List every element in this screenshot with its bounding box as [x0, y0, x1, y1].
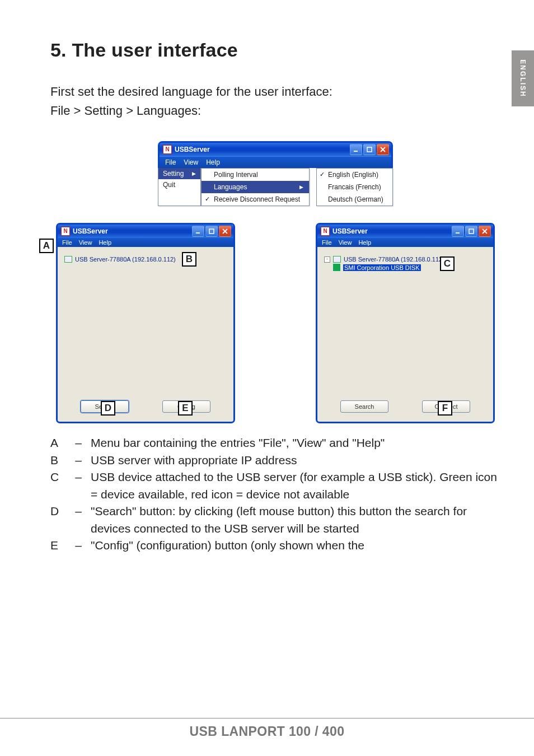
close-button[interactable] — [219, 226, 231, 237]
language-tab: ENGLISH — [512, 50, 534, 106]
legend-row-D: D – "Search" button: by clicking (left m… — [50, 503, 500, 537]
intro-line-2: File > Setting > Languages: — [50, 102, 500, 119]
setting-dropdown[interactable]: Polling Interval Languages ▶ ✓ Receive D… — [201, 168, 310, 206]
legend-text-B: USB server with appropriate IP address — [91, 452, 500, 469]
close-button[interactable] — [479, 226, 491, 237]
server-icon — [64, 256, 72, 263]
lang-german-label: Deutsch (German) — [328, 195, 383, 203]
svg-rect-3 — [209, 229, 214, 234]
right-window: USBServer File View Help — [316, 223, 495, 423]
lang-french-label: Francais (French) — [328, 183, 381, 191]
callout-E: E — [178, 401, 193, 416]
legend-dash: – — [72, 452, 85, 469]
file-dropdown[interactable]: Setting ▶ Quit — [158, 168, 201, 206]
menu-item-quit[interactable]: Quit — [158, 179, 200, 190]
legend-letter: E — [50, 537, 66, 554]
window-titlebar[interactable]: USBServer — [160, 143, 391, 156]
window-title: USBServer — [332, 227, 368, 235]
legend-letter: C — [50, 469, 66, 503]
usb-server-node[interactable]: USB Server-77880A (192.168.0.112) — [64, 256, 227, 263]
usb-server-label: USB Server-77880A (192.168.0.112) — [75, 256, 176, 263]
usb-server-node[interactable]: - USB Server-77880A (192.168.0.112) — [324, 256, 486, 263]
menu-item-quit-label: Quit — [163, 181, 175, 189]
svg-rect-1 — [367, 147, 372, 152]
maximize-button[interactable] — [363, 144, 376, 155]
minimize-button[interactable] — [192, 226, 204, 237]
menu-view[interactable]: View — [339, 239, 352, 246]
lang-french[interactable]: Francais (French) — [317, 181, 392, 193]
search-button[interactable]: Search — [340, 400, 388, 413]
legend-letter: D — [50, 503, 66, 537]
app-icon — [321, 227, 330, 236]
checkmark-icon: ✓ — [320, 171, 325, 178]
menu-item-polling-label: Polling Interval — [214, 171, 258, 179]
minimize-button[interactable] — [452, 226, 464, 237]
menu-item-receive-label: Receive Disconnect Request — [214, 195, 300, 203]
svg-rect-2 — [196, 232, 200, 234]
menu-help[interactable]: Help — [358, 239, 371, 246]
chevron-right-icon: ▶ — [192, 171, 196, 176]
menu-file[interactable]: File — [322, 239, 332, 246]
legend-text-C: USB device attached to the USB server (f… — [91, 469, 500, 503]
menu-help[interactable]: Help — [99, 239, 111, 246]
minimize-button[interactable] — [350, 144, 362, 155]
languages-dropdown[interactable]: ✓ English (English) Francais (French) De… — [316, 168, 393, 206]
close-button[interactable] — [377, 144, 389, 155]
usb-server-label: USB Server-77880A (192.168.0.112) — [344, 256, 444, 263]
menu-item-receive-disconnect[interactable]: ✓ Receive Disconnect Request — [202, 193, 309, 206]
legend-list: A – Menu bar containing the entries "Fil… — [50, 435, 500, 554]
maximize-button[interactable] — [465, 226, 477, 237]
menu-item-setting-label: Setting — [163, 170, 184, 178]
legend-letter: B — [50, 452, 66, 469]
legend-dash: – — [72, 469, 85, 503]
left-window: USBServer File View Help — [56, 223, 235, 423]
menu-bar[interactable]: File View Help — [58, 238, 233, 247]
menu-bar[interactable]: File View Help — [317, 238, 493, 247]
page-footer: USB LANPORT 100 / 400 — [0, 718, 534, 739]
intro-line-1: First set the desired language for the u… — [50, 83, 500, 100]
legend-row-B: B – USB server with appropriate IP addre… — [50, 452, 500, 469]
maximize-button[interactable] — [205, 226, 218, 237]
menu-item-languages-label: Languages — [214, 183, 247, 191]
callout-C: C — [440, 256, 455, 271]
lang-english[interactable]: ✓ English (English) — [317, 169, 392, 181]
app-icon — [61, 227, 70, 236]
legend-text-D: "Search" button: by clicking (left mouse… — [91, 503, 500, 537]
device-status-icon — [333, 264, 340, 271]
window-title: USBServer — [175, 146, 210, 153]
menu-file[interactable]: File — [165, 158, 176, 166]
usb-device-label: SMI Corporation USB DISK — [343, 264, 421, 271]
legend-row-E: E – "Config" (configuration) button (onl… — [50, 537, 500, 554]
menu-file[interactable]: File — [62, 239, 72, 246]
menu-help[interactable]: Help — [206, 158, 220, 166]
window-titlebar[interactable]: USBServer — [58, 225, 233, 238]
checkmark-icon: ✓ — [205, 195, 210, 203]
window-titlebar[interactable]: USBServer — [317, 225, 493, 238]
menu-item-languages[interactable]: Languages ▶ — [202, 181, 309, 193]
page-title: 5. The user interface — [50, 39, 500, 61]
screenshot-language-menu: USBServer File View Help — [158, 141, 393, 206]
lang-german[interactable]: Deutsch (German) — [317, 193, 392, 206]
language-tab-label: ENGLISH — [519, 59, 527, 97]
callout-B: B — [182, 252, 196, 267]
legend-letter: A — [50, 435, 66, 451]
menu-bar[interactable]: File View Help — [160, 156, 391, 168]
tree-toggle-icon[interactable]: - — [324, 256, 330, 263]
server-icon — [333, 256, 341, 263]
legend-dash: – — [72, 503, 85, 537]
callout-D: D — [101, 401, 115, 416]
lang-english-label: English (English) — [328, 171, 378, 179]
legend-row-C: C – USB device attached to the USB serve… — [50, 469, 500, 503]
chevron-right-icon: ▶ — [299, 184, 303, 190]
window-title: USBServer — [73, 227, 108, 235]
legend-text-A: Menu bar containing the entries "File", … — [91, 435, 500, 451]
usb-device-node[interactable]: SMI Corporation USB DISK — [333, 264, 486, 271]
menu-view[interactable]: View — [184, 158, 198, 166]
menu-view[interactable]: View — [79, 239, 92, 246]
callout-F: F — [438, 401, 452, 416]
menu-item-setting[interactable]: Setting ▶ — [158, 168, 200, 179]
svg-rect-5 — [469, 229, 474, 234]
menu-item-polling[interactable]: Polling Interval — [202, 169, 309, 181]
legend-row-A: A – Menu bar containing the entries "Fil… — [50, 435, 500, 451]
legend-dash: – — [72, 435, 85, 451]
